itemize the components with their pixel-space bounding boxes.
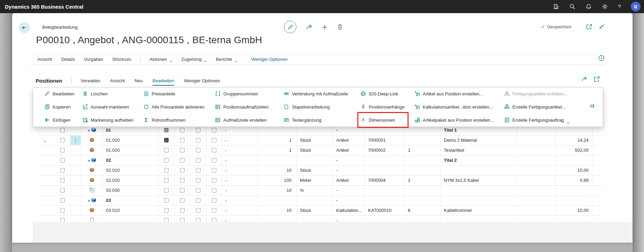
cell-variant[interactable] — [405, 125, 441, 135]
checkbox[interactable] — [180, 178, 185, 183]
cell-position[interactable]: 01.010 — [103, 136, 159, 145]
cell-description[interactable] — [441, 166, 517, 175]
expand-icon[interactable] — [593, 76, 600, 82]
cell-unit[interactable]: Meter — [297, 176, 333, 185]
checkbox[interactable] — [60, 128, 65, 132]
collapse-icon[interactable] — [598, 24, 605, 30]
cell-unit[interactable]: Stück — [297, 146, 333, 155]
cell-unit[interactable] — [297, 196, 333, 205]
checkbox[interactable] — [180, 168, 185, 172]
table-row[interactable]: →⋮01.010-1StückArtikel7000001Demo 2 Mate… — [39, 136, 602, 146]
cell-description[interactable]: Demo 2 Material — [441, 136, 517, 145]
back-button[interactable] — [19, 22, 30, 33]
checkbox[interactable] — [196, 178, 200, 183]
breadcrumb[interactable]: Belegbearbeitung — [42, 25, 78, 30]
menu-item-artikelpaket-aus-position-erstellen[interactable]: Artikelpaket aus Position erstellen... — [414, 113, 494, 127]
cell-price[interactable]: 10,00 — [555, 206, 592, 215]
cell-quantity[interactable]: 1 — [258, 146, 297, 155]
checkbox[interactable] — [212, 188, 216, 193]
cell-variant[interactable] — [405, 156, 441, 165]
checkbox[interactable] — [196, 128, 200, 132]
cell-price[interactable]: 502,00 — [555, 146, 592, 155]
cell-unit[interactable]: Stück — [297, 136, 333, 145]
cell-number[interactable]: 7000002 — [365, 146, 405, 155]
cell-quantity[interactable]: 10 — [258, 166, 297, 175]
share-icon[interactable] — [581, 76, 588, 82]
table-row[interactable]: 03.010-10StückKalkulation...KAT0000106Ka… — [39, 206, 602, 216]
pin-icon[interactable] — [589, 103, 595, 109]
table-row[interactable]: 02.030-10%- — [39, 186, 602, 196]
cell-description[interactable]: Kabeltrommel — [441, 206, 517, 215]
checkbox[interactable] — [196, 168, 200, 172]
menu-item-aufmaßzeile-erstellen[interactable]: Aufmaßzeile erstellen — [215, 113, 269, 127]
checkbox[interactable] — [180, 138, 185, 142]
command-bar-item[interactable]: Vorgaben — [84, 57, 103, 62]
cell-variant[interactable] — [405, 136, 441, 145]
checkbox[interactable] — [164, 138, 169, 142]
menu-item-alle-preisanteile-aktivieren[interactable]: Alle Preisanteile aktivieren — [143, 100, 204, 113]
cell-variant[interactable]: 6 — [405, 206, 441, 215]
tab-neu[interactable]: Neu — [134, 78, 143, 83]
tab-ansicht[interactable]: Ansicht — [110, 78, 125, 83]
cell-type[interactable]: Artikel — [333, 146, 365, 155]
checkbox[interactable] — [196, 208, 200, 213]
cell-price[interactable] — [555, 186, 592, 195]
menu-item-auswahl-markieren[interactable]: Auswahl markieren — [82, 100, 133, 113]
table-row[interactable]: 03-- — [39, 196, 602, 206]
checkbox[interactable] — [164, 208, 169, 213]
cell-number[interactable] — [365, 186, 405, 195]
menu-item-löschen[interactable]: Löschen — [82, 87, 133, 100]
menu-item-dimensionen[interactable]: Dimensionen — [360, 113, 404, 127]
cell-position[interactable]: 02.010 — [103, 166, 159, 175]
cell-description[interactable] — [441, 196, 517, 205]
cell-position[interactable]: 03 — [103, 196, 159, 205]
tab-weniger-optionen[interactable]: Weniger Optionen — [184, 78, 220, 83]
checkbox[interactable] — [60, 208, 65, 213]
avatar[interactable]: B — [631, 2, 641, 11]
cell-position[interactable]: 02.020 — [103, 176, 159, 185]
checkbox[interactable] — [212, 138, 216, 142]
cell-price[interactable]: 0,89 — [555, 176, 592, 185]
checkbox[interactable] — [180, 188, 185, 193]
menu-item-erstelle-fertigungsauftrag[interactable]: Erstelle Fertigungsauftrag — [504, 113, 570, 127]
cell-type[interactable]: Kalkulation... — [333, 206, 365, 215]
cell-quantity[interactable] — [258, 156, 297, 165]
cell-type[interactable]: Artikel — [333, 136, 365, 145]
checkbox[interactable] — [164, 178, 169, 183]
menu-item-positionsaufmaßzeilen[interactable]: Positionsaufmaßzeilen — [215, 100, 269, 113]
cell-unit[interactable] — [297, 156, 333, 165]
gear-icon[interactable] — [602, 3, 608, 10]
checkbox[interactable] — [164, 168, 169, 172]
menu-item-verbindung-mit-aufmaßzeile[interactable]: Verbindung mit Aufmaßzeile — [284, 87, 348, 100]
cell-position[interactable]: 01 — [103, 125, 159, 135]
checkbox[interactable] — [164, 148, 169, 152]
menu-item-textergänzung[interactable]: Textergänzung — [284, 113, 348, 127]
command-bar-item[interactable]: Zugehörig — [181, 57, 207, 62]
cell-type[interactable]: - — [333, 156, 365, 165]
cell-unit[interactable]: % — [297, 186, 333, 195]
command-bar-item[interactable]: Ansicht — [37, 57, 52, 62]
menu-item-kalkulationsartikel-ition-erstellen[interactable]: Kalkulationsartikel...ition erstellen... — [414, 100, 494, 113]
checkbox[interactable] — [212, 178, 216, 183]
checkbox[interactable] — [60, 178, 65, 183]
menu-item-positionsanhänge[interactable]: Positionsanhänge — [360, 100, 404, 113]
cell-variant[interactable] — [405, 166, 441, 175]
checkbox[interactable] — [164, 128, 169, 132]
menu-item-bearbeiten[interactable]: Bearbeiten — [44, 87, 74, 100]
cell-type[interactable]: - — [333, 125, 365, 135]
cell-unit[interactable]: Stück — [297, 166, 333, 175]
checkbox[interactable] — [60, 158, 65, 162]
checkbox[interactable] — [60, 188, 65, 193]
checkbox[interactable] — [180, 158, 185, 162]
cell-price[interactable] — [555, 125, 592, 135]
menu-item-stapelverarbeitung[interactable]: Stapelverarbeitung — [284, 100, 348, 113]
checkbox[interactable] — [212, 148, 216, 152]
cell-price[interactable] — [555, 156, 592, 165]
tab-bearbeiten[interactable]: Bearbeiten — [152, 78, 174, 83]
menu-item-ids-deep-link[interactable]: IDS-Deep-Link — [360, 87, 404, 100]
cell-description[interactable]: Titel 2 — [441, 156, 517, 165]
search-icon[interactable] — [569, 3, 575, 10]
cell-price[interactable] — [555, 196, 592, 205]
checkbox[interactable] — [196, 148, 200, 152]
table-row[interactable]: 02.010-10Stück-10,00 — [39, 166, 602, 176]
